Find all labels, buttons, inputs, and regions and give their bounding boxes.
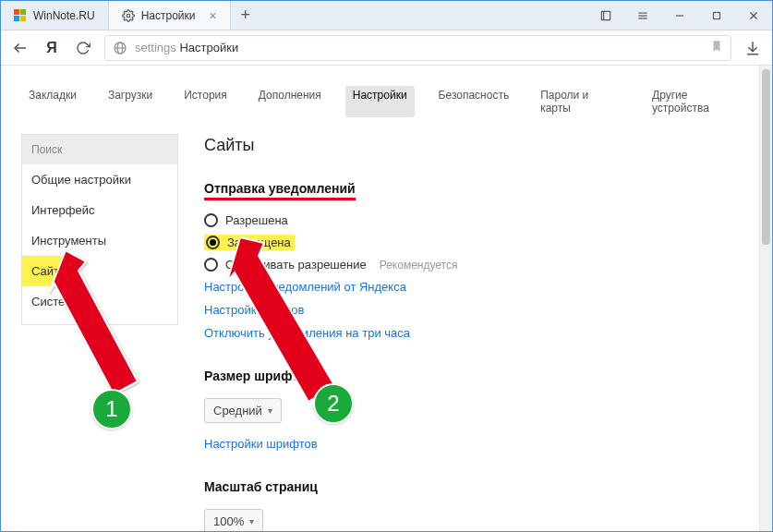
- sidebar-item-tools[interactable]: Инструменты: [22, 225, 177, 256]
- chevron-down-icon: ▾: [249, 516, 254, 526]
- reader-button[interactable]: [587, 1, 624, 30]
- radio-label: Разрешена: [225, 213, 288, 227]
- address-prefix: settings: [135, 41, 176, 54]
- section-font-heading: Размер шрифта: [204, 369, 754, 383]
- sidebar-item-sites[interactable]: Сайты: [22, 256, 77, 286]
- radio-hint: Рекомендуется: [380, 259, 458, 272]
- bookmark-icon[interactable]: [710, 40, 723, 55]
- back-button[interactable]: [10, 38, 30, 58]
- maximize-button[interactable]: [698, 1, 735, 30]
- window-controls: [587, 1, 772, 30]
- nav-passwords[interactable]: Пароли и карты: [533, 86, 628, 117]
- chevron-down-icon: ▾: [268, 405, 272, 416]
- search-input[interactable]: Поиск: [22, 135, 177, 164]
- link-yandex-notifications[interactable]: Настройки уведомлений от Яндекса: [204, 275, 754, 298]
- scrollbar[interactable]: [759, 66, 772, 532]
- main-panel: Сайты Отправка уведомлений Разрешена Зап…: [199, 134, 754, 532]
- svg-rect-1: [601, 11, 610, 19]
- sidebar-item-system[interactable]: Системные: [22, 286, 177, 317]
- svg-rect-6: [714, 12, 720, 18]
- section-zoom-heading: Масштаб страниц: [204, 479, 754, 494]
- menu-button[interactable]: [624, 1, 661, 30]
- globe-icon: [113, 41, 127, 55]
- tab-winnote[interactable]: WinNote.RU: [1, 1, 109, 30]
- toolbar: Я settings Настройки: [1, 30, 772, 66]
- close-window-button[interactable]: [735, 1, 772, 30]
- zoom-select[interactable]: 100% ▾: [204, 509, 263, 532]
- radio-icon: [204, 213, 218, 227]
- titlebar: WinNote.RU Настройки × +: [1, 1, 772, 30]
- page-title: Сайты: [204, 136, 754, 155]
- address-bar[interactable]: settings Настройки: [104, 35, 731, 61]
- radio-icon: [206, 236, 220, 249]
- nav-devices[interactable]: Другие устройства: [645, 86, 754, 117]
- sidebar-item-general[interactable]: Общие настройки: [22, 164, 177, 195]
- address-rest: Настройки: [176, 41, 238, 54]
- nav-security[interactable]: Безопасность: [431, 86, 517, 117]
- sidebar: Поиск Общие настройки Интерфейс Инструме…: [21, 134, 178, 325]
- radio-icon: [204, 258, 218, 272]
- tab-settings[interactable]: Настройки ×: [109, 1, 231, 30]
- nav-bookmarks[interactable]: Закладки: [21, 86, 84, 117]
- radio-label: Запрещена: [227, 236, 291, 249]
- top-nav: Закладки Загрузки История Дополнения Нас…: [21, 66, 754, 134]
- tab-label: WinNote.RU: [33, 9, 95, 22]
- scrollbar-thumb[interactable]: [762, 69, 770, 245]
- radio-denied[interactable]: Запрещена: [204, 231, 754, 254]
- tab-label: Настройки: [141, 9, 196, 22]
- download-button[interactable]: [743, 38, 763, 58]
- radio-ask[interactable]: Спрашивать разрешение Рекомендуется: [204, 254, 754, 275]
- select-value: Средний: [213, 404, 262, 417]
- ms-logo-icon: [14, 9, 27, 22]
- link-font-settings[interactable]: Настройки шрифтов: [204, 432, 754, 455]
- nav-history[interactable]: История: [176, 86, 235, 117]
- minimize-button[interactable]: [661, 1, 698, 30]
- nav-settings[interactable]: Настройки: [345, 86, 415, 117]
- select-value: 100%: [213, 514, 244, 528]
- font-size-select[interactable]: Средний ▾: [204, 398, 282, 423]
- close-icon[interactable]: ×: [210, 8, 217, 23]
- radio-allowed[interactable]: Разрешена: [204, 210, 754, 231]
- nav-downloads[interactable]: Загрузки: [101, 86, 160, 117]
- new-tab-button[interactable]: +: [231, 1, 260, 30]
- sidebar-item-interface[interactable]: Интерфейс: [22, 195, 177, 225]
- radio-label: Спрашивать разрешение: [225, 258, 367, 272]
- nav-addons[interactable]: Дополнения: [251, 86, 329, 117]
- section-notifications-heading: Отправка уведомлений: [204, 181, 356, 200]
- reload-button[interactable]: [73, 38, 93, 58]
- svg-point-0: [127, 14, 130, 18]
- yandex-logo-icon[interactable]: Я: [42, 38, 62, 58]
- link-site-settings[interactable]: Настройки сайтов: [204, 298, 754, 321]
- gear-icon: [122, 9, 135, 22]
- link-mute-3h[interactable]: Отключить уведомления на три часа: [204, 321, 754, 345]
- content: Закладки Загрузки История Дополнения Нас…: [1, 66, 772, 532]
